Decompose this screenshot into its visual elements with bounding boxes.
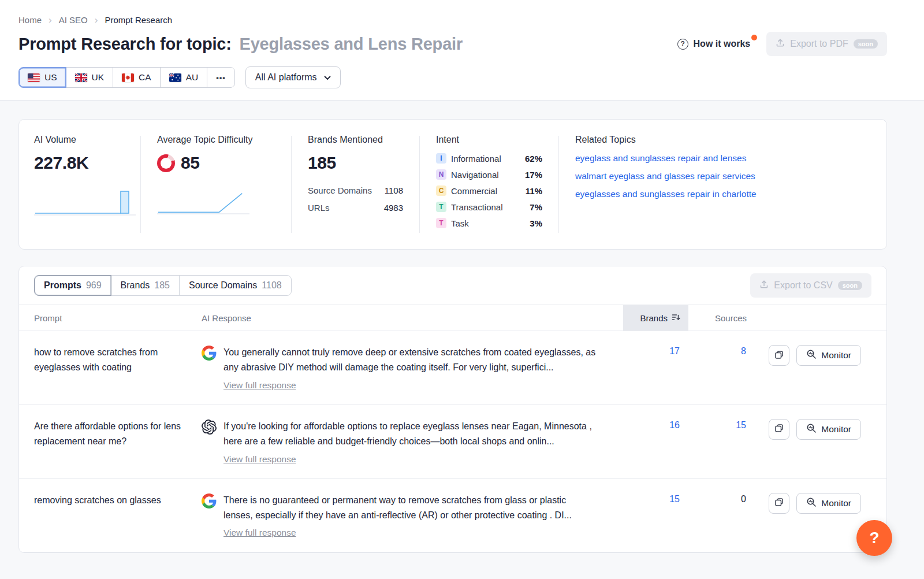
column-header-prompt: Prompt	[34, 305, 202, 331]
column-header-ai-response: AI Response	[202, 305, 623, 331]
ai-response-cell: You generally cannot truly remove deep o…	[202, 345, 623, 391]
more-countries-button[interactable]: •••	[207, 67, 235, 88]
brands-count-link[interactable]: 15	[669, 494, 680, 504]
intent-percent: 62%	[525, 154, 542, 164]
related-topics-label: Related Topics	[575, 135, 871, 145]
urls-value: 4983	[384, 203, 403, 213]
topic-difficulty-label: Average Topic Difficulty	[157, 135, 275, 145]
chevron-right-icon: ›	[95, 15, 98, 25]
table-row: Are there affordable options for lens re…	[19, 405, 886, 479]
brands-count-link[interactable]: 17	[669, 346, 680, 356]
tab-count: 969	[86, 280, 102, 291]
country-label: CA	[139, 72, 151, 83]
intent-transactional-row: T Transactional 7%	[436, 202, 542, 212]
copy-response-button[interactable]	[769, 419, 789, 440]
ai-platforms-dropdown-value: All AI platforms	[255, 72, 317, 83]
intent-percent: 7%	[530, 202, 542, 212]
intent-navigational-badge: N	[436, 169, 446, 180]
tab-count: 1108	[262, 280, 281, 291]
view-full-response-link[interactable]: View full response	[223, 454, 296, 465]
intent-informational-badge: I	[436, 153, 446, 164]
main-content: AI Volume 227.8K Average Topic Difficult…	[0, 101, 924, 553]
intent-percent: 11%	[526, 186, 542, 196]
source-domains-row: Source Domains 1108	[308, 185, 403, 195]
row-actions: Monitor	[755, 493, 871, 514]
column-header-brands[interactable]: Brands	[623, 305, 688, 331]
breadcrumb-ai-seo[interactable]: AI SEO	[59, 15, 88, 25]
topic-difficulty-value: 85	[181, 153, 200, 173]
copy-icon	[774, 424, 784, 435]
intent-transactional-badge: T	[436, 202, 446, 212]
google-icon	[202, 493, 217, 509]
divider	[291, 136, 292, 233]
country-tab-uk[interactable]: UK	[66, 67, 114, 88]
country-tab-ca[interactable]: CA	[113, 67, 161, 88]
column-header-sources[interactable]: Sources	[688, 305, 755, 331]
export-pdf-button[interactable]: Export to PDF soon	[766, 32, 887, 56]
page-title: Prompt Research for topic: Eyeglasses an…	[18, 35, 463, 54]
related-topic-link[interactable]: eyeglass and sunglasses repair and lense…	[575, 153, 871, 164]
sources-count-cell: 15	[688, 419, 755, 430]
page-header: Home › AI SEO › Prompt Research Prompt R…	[0, 0, 924, 101]
brands-count-cell: 17	[623, 345, 688, 357]
tab-label: Prompts	[44, 280, 81, 291]
difficulty-sparkline	[157, 189, 249, 216]
related-topic-link[interactable]: eyeglasses and sunglasses repair in char…	[575, 189, 871, 199]
divider	[140, 136, 141, 233]
breadcrumb-home[interactable]: Home	[18, 15, 42, 25]
copy-icon	[774, 498, 784, 509]
table-row: how to remove scratches from eyeglasses …	[19, 331, 886, 405]
help-fab-button[interactable]: ?	[856, 520, 892, 556]
copy-response-button[interactable]	[769, 493, 789, 514]
tab-label: Brands	[121, 280, 150, 291]
uk-flag-icon	[75, 73, 87, 82]
export-csv-label: Export to CSV	[774, 280, 832, 291]
table-toolbar: Prompts 969 Brands 185 Source Domains 11…	[19, 266, 886, 305]
prompt-text: Are there affordable options for lens re…	[34, 419, 202, 450]
sources-count-link[interactable]: 8	[741, 346, 746, 356]
view-full-response-link[interactable]: View full response	[223, 380, 296, 391]
view-full-response-link[interactable]: View full response	[223, 528, 296, 538]
related-topics-section: Related Topics eyeglass and sunglasses r…	[575, 135, 871, 234]
urls-label: URLs	[308, 203, 330, 213]
country-label: AU	[186, 72, 199, 83]
table-row: removing scratches on glasses There is n…	[19, 479, 886, 553]
brands-count-link[interactable]: 16	[669, 420, 680, 430]
soon-badge: soon	[854, 39, 878, 49]
sources-count-link[interactable]: 15	[736, 420, 746, 430]
monitor-button[interactable]: Monitor	[796, 419, 861, 440]
intent-task-row: T Task 3%	[436, 218, 542, 228]
intent-label: Intent	[436, 135, 542, 145]
intent-name: Transactional	[451, 202, 530, 212]
country-label: US	[44, 72, 57, 83]
export-csv-button[interactable]: Export to CSV soon	[750, 273, 871, 298]
row-actions: Monitor	[755, 345, 871, 366]
monitor-button[interactable]: Monitor	[796, 345, 861, 366]
intent-task-badge: T	[436, 218, 446, 228]
prompt-text: removing scratches on glasses	[34, 493, 202, 508]
source-domains-label: Source Domains	[308, 185, 372, 195]
difficulty-gauge-icon	[157, 154, 175, 172]
tab-brands[interactable]: Brands 185	[111, 275, 180, 296]
monitor-button[interactable]: Monitor	[796, 493, 861, 514]
copy-response-button[interactable]	[769, 345, 789, 366]
chevron-down-icon	[324, 72, 331, 83]
intent-name: Commercial	[451, 186, 526, 196]
monitor-icon	[806, 423, 817, 436]
how-it-works-link[interactable]: ? How it works	[677, 39, 754, 50]
country-tab-au[interactable]: AU	[160, 67, 208, 88]
ai-response-text: If you're looking for affordable options…	[223, 419, 598, 450]
ai-platforms-dropdown[interactable]: All AI platforms	[245, 66, 341, 88]
upload-icon	[759, 280, 769, 291]
google-icon	[202, 346, 217, 361]
related-topic-link[interactable]: walmart eyeglass and glasses repair serv…	[575, 171, 871, 181]
breadcrumb-current-page: Prompt Research	[105, 15, 172, 25]
tab-label: Source Domains	[189, 280, 257, 291]
prompt-research-page: Home › AI SEO › Prompt Research Prompt R…	[0, 0, 924, 579]
tab-source-domains[interactable]: Source Domains 1108	[179, 275, 292, 296]
ai-volume-label: AI Volume	[34, 135, 124, 145]
country-tab-us[interactable]: US	[18, 67, 66, 88]
brands-mentioned-section: Brands Mentioned 185 Source Domains 1108…	[308, 135, 403, 234]
tab-prompts[interactable]: Prompts 969	[34, 275, 111, 296]
sort-icon	[672, 313, 680, 323]
